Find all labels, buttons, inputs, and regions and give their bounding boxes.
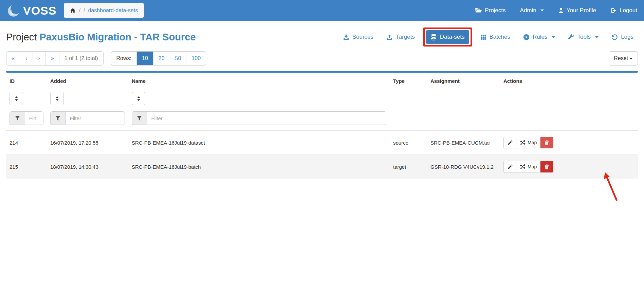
table-row: 215 18/07/2019, 14:30:43 SRC-PB-EMEA-16J… <box>6 155 638 179</box>
page-first-button[interactable]: « <box>6 52 20 65</box>
tab-data-sets[interactable]: Data-sets <box>426 30 469 44</box>
tab-tools-label: Tools <box>577 34 591 40</box>
map-button[interactable]: Map <box>516 137 540 148</box>
navbar-menu: Projects Admin Your Profile Logout <box>475 7 637 14</box>
tab-batches[interactable]: Batches <box>476 30 515 44</box>
table-row: 214 16/07/2019, 17:20:55 SRC-PB-EMEA-16J… <box>6 131 638 155</box>
tab-targets[interactable]: Targets <box>382 30 419 44</box>
reset-button-label: Reset <box>614 55 628 61</box>
pager-group: « ‹ › » 1 of 1 (2 total) <box>6 51 104 66</box>
rows-option-100[interactable]: 100 <box>186 52 206 65</box>
sort-icon <box>55 96 59 102</box>
filter-name-button[interactable] <box>132 111 147 125</box>
tab-targets-label: Targets <box>396 34 415 40</box>
voss-logo: VOSS <box>7 3 56 18</box>
pencil-icon <box>508 140 513 145</box>
history-icon <box>611 34 618 40</box>
cell-id: 215 <box>6 155 47 179</box>
trash-icon <box>545 140 549 145</box>
project-name: PaxusBio Migration - TAR Source <box>39 32 196 42</box>
nav-logout[interactable]: Logout <box>610 7 637 14</box>
home-icon[interactable] <box>70 8 76 13</box>
column-header-actions: Actions <box>500 73 638 88</box>
tab-logs[interactable]: Logs <box>607 30 638 44</box>
page-title: Project PaxusBio Migration - TAR Source <box>6 32 196 43</box>
trash-icon <box>545 164 549 169</box>
sign-out-icon <box>610 7 617 14</box>
project-tabs: Sources Targets <box>338 27 638 47</box>
tab-logs-label: Logs <box>621 34 633 40</box>
caret-down-icon <box>629 58 633 59</box>
page-title-prefix: Project <box>6 32 37 42</box>
red-highlight-box: Data-sets <box>423 27 472 47</box>
nav-logout-label: Logout <box>620 7 637 14</box>
rows-option-50[interactable]: 50 <box>170 52 187 65</box>
tab-tools-dropdown[interactable]: Tools <box>564 30 603 44</box>
cell-added: 18/07/2019, 14:30:43 <box>47 155 128 179</box>
filter-id-button[interactable] <box>10 111 25 125</box>
filter-added-button[interactable] <box>50 111 66 125</box>
tab-rules-dropdown[interactable]: Rules <box>519 30 559 44</box>
caret-down-icon <box>552 36 555 38</box>
cell-assignment: SRC-PB-EMEA-CUCM.tar <box>427 131 500 155</box>
edit-button[interactable] <box>503 161 516 172</box>
delete-button[interactable] <box>540 137 553 148</box>
rows-option-20[interactable]: 20 <box>153 52 170 65</box>
caret-down-icon <box>540 10 544 11</box>
rows-per-page-group: Rows: 10 20 50 100 <box>111 51 206 66</box>
cell-assignment: GSR-10-RDG V4UCv19.1.2 <box>427 155 500 179</box>
cell-added: 16/07/2019, 17:20:55 <box>47 131 128 155</box>
pencil-icon <box>508 164 513 169</box>
rows-label: Rows: <box>111 52 137 65</box>
page-prev-button[interactable]: ‹ <box>20 52 33 65</box>
nav-admin-label: Admin <box>520 7 536 14</box>
row-actions: Map <box>503 137 553 148</box>
filter-name-input[interactable] <box>147 111 386 125</box>
sort-id-button[interactable] <box>10 92 23 105</box>
filter-id-input[interactable] <box>25 111 43 125</box>
edit-button[interactable] <box>503 137 516 148</box>
cell-name: SRC-PB-EMEA-16Jul19-dataset <box>128 131 390 155</box>
shuffle-icon <box>520 164 526 169</box>
sort-added-button[interactable] <box>50 92 64 105</box>
page-next-button[interactable]: › <box>33 52 46 65</box>
filter-funnel-icon <box>137 116 142 121</box>
wrench-icon <box>568 34 574 40</box>
page-last-button[interactable]: » <box>46 52 59 65</box>
cell-name: SRC-PB-EMEA-16Jul19-batch <box>128 155 390 179</box>
database-icon <box>430 34 437 40</box>
map-button[interactable]: Map <box>516 161 540 172</box>
nav-admin-dropdown[interactable]: Admin <box>520 7 544 14</box>
map-button-label: Map <box>528 164 537 169</box>
table-header-row: ID Added Name Type Assignment Actions <box>6 73 638 88</box>
tab-sources[interactable]: Sources <box>338 30 378 44</box>
filter-funnel-icon <box>15 116 20 121</box>
reset-button[interactable]: Reset <box>609 51 638 66</box>
upload-icon <box>386 34 393 40</box>
data-sets-table: ID Added Name Type Assignment Actions <box>6 73 638 179</box>
sort-name-button[interactable] <box>132 92 145 105</box>
column-header-type: Type <box>390 73 427 88</box>
nav-projects[interactable]: Projects <box>475 7 505 14</box>
breadcrumb-current[interactable]: dashboard-data-sets <box>88 7 138 14</box>
nav-your-profile[interactable]: Your Profile <box>558 7 596 14</box>
download-icon <box>343 34 349 40</box>
sort-icon <box>14 96 19 102</box>
folder-open-icon <box>475 7 482 13</box>
cell-type: source <box>390 131 427 155</box>
brand-text: VOSS <box>23 5 56 16</box>
breadcrumb-separator: / <box>79 7 80 14</box>
filter-added-input[interactable] <box>66 111 125 125</box>
caret-down-icon <box>595 36 599 38</box>
tab-rules-label: Rules <box>533 34 547 40</box>
crescent-logo-icon <box>7 3 21 18</box>
sort-row <box>6 88 638 110</box>
column-header-id: ID <box>6 73 47 88</box>
row-actions: Map <box>503 161 553 172</box>
cell-id: 214 <box>6 131 47 155</box>
nav-projects-label: Projects <box>485 7 505 14</box>
rows-option-10[interactable]: 10 <box>137 52 153 65</box>
sort-icon <box>136 96 141 102</box>
delete-button[interactable] <box>540 161 553 172</box>
play-circle-icon <box>523 34 530 40</box>
